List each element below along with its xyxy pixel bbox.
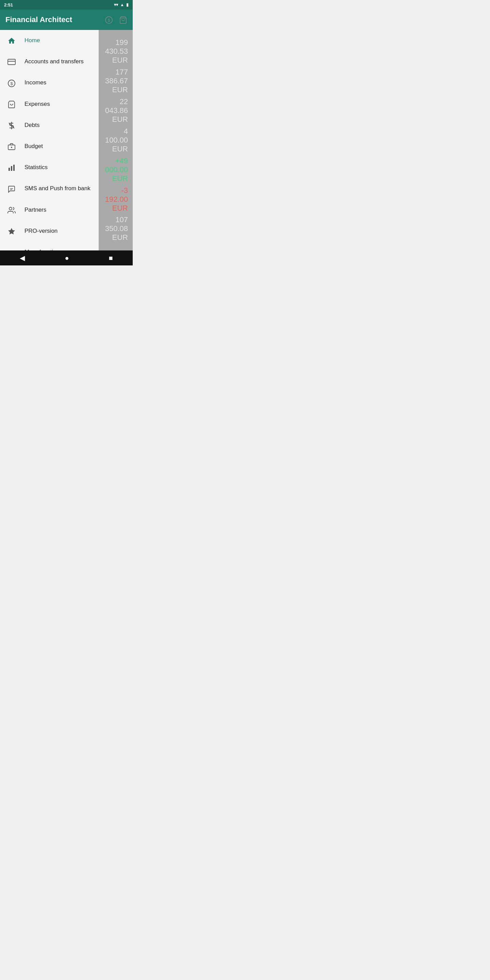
svg-rect-13 (11, 166, 12, 171)
sidebar-item-statistics[interactable]: Statistics (0, 157, 99, 178)
home-button[interactable]: ● (65, 254, 69, 262)
expenses-label: Expenses (24, 101, 50, 108)
svg-point-17 (9, 207, 12, 210)
sms-label: SMS and Push from bank (24, 185, 91, 192)
bg-amount-2: 177 386.67 EUR (103, 68, 128, 94)
sidebar-item-sms[interactable]: SMS and Push from bank (0, 178, 99, 199)
sidebar-item-debts[interactable]: Debts (0, 115, 99, 136)
incomes-label: Incomes (24, 79, 46, 86)
sidebar: Home Accounts and transfers $ Incomes (0, 30, 99, 250)
sidebar-item-more[interactable]: More functions (0, 242, 99, 250)
sidebar-item-expenses[interactable]: Expenses (0, 94, 99, 115)
cart-icon[interactable] (119, 15, 127, 24)
home-icon (7, 36, 16, 45)
signal-icon: ▲ (120, 2, 124, 7)
sidebar-item-home[interactable]: Home (0, 30, 99, 51)
back-button[interactable]: ◀ (20, 254, 25, 262)
recent-button[interactable]: ■ (108, 254, 113, 262)
sidebar-item-budget[interactable]: Budget (0, 136, 99, 157)
bg-amount-5: +49 000.00 EUR (103, 156, 128, 183)
incomes-icon: $ (7, 78, 16, 87)
main-layout: Home Accounts and transfers $ Incomes (0, 30, 133, 250)
partners-icon (7, 205, 16, 215)
status-icons: ▾▾ ▲ ▮ (114, 2, 129, 7)
background-content: 199 430.53 EUR 177 386.67 EUR 22 043.86 … (99, 30, 133, 250)
sidebar-item-partners[interactable]: Partners (0, 199, 99, 221)
card-icon (7, 57, 16, 66)
home-label: Home (24, 37, 40, 44)
bg-amount-1: 199 430.53 EUR (103, 38, 128, 65)
bg-amount-4: 4 100.00 EUR (103, 127, 128, 153)
bg-amount-6: -3 192.00 EUR (103, 186, 128, 213)
svg-rect-12 (8, 168, 10, 171)
sidebar-item-incomes[interactable]: $ Incomes (0, 72, 99, 93)
sms-icon (7, 184, 16, 193)
svg-rect-3 (8, 59, 15, 65)
header-icons: $ (105, 15, 127, 24)
svg-text:$: $ (108, 18, 110, 23)
svg-text:$: $ (10, 81, 13, 86)
battery-icon: ▮ (126, 2, 129, 7)
dollar-icon[interactable]: $ (105, 15, 113, 24)
budget-icon (7, 142, 16, 151)
more-label: More functions (24, 249, 63, 250)
bg-amount-7: 107 350.08 EUR (103, 215, 128, 242)
star-icon (7, 227, 16, 235)
wifi-icon: ▾▾ (114, 2, 118, 7)
budget-label: Budget (24, 143, 43, 150)
time: 2:51 (4, 2, 13, 8)
debts-icon (7, 121, 16, 130)
sidebar-item-accounts[interactable]: Accounts and transfers (0, 51, 99, 72)
debts-label: Debts (24, 122, 40, 129)
bottom-nav: ◀ ● ■ (0, 250, 133, 266)
svg-marker-18 (8, 228, 15, 234)
app-header: Financial Architect $ (0, 10, 133, 30)
app-title: Financial Architect (5, 15, 105, 24)
status-bar: 2:51 ▾▾ ▲ ▮ (0, 0, 133, 10)
bg-amount-3: 22 043.86 EUR (103, 97, 128, 124)
statistics-icon (7, 163, 16, 172)
statistics-label: Statistics (24, 164, 48, 171)
expenses-icon (7, 100, 16, 108)
partners-label: Partners (24, 207, 46, 213)
sidebar-item-pro[interactable]: PRO-version (0, 221, 99, 242)
more-icon (7, 248, 16, 250)
svg-rect-14 (13, 165, 14, 171)
accounts-label: Accounts and transfers (24, 58, 84, 65)
pro-label: PRO-version (24, 228, 57, 234)
